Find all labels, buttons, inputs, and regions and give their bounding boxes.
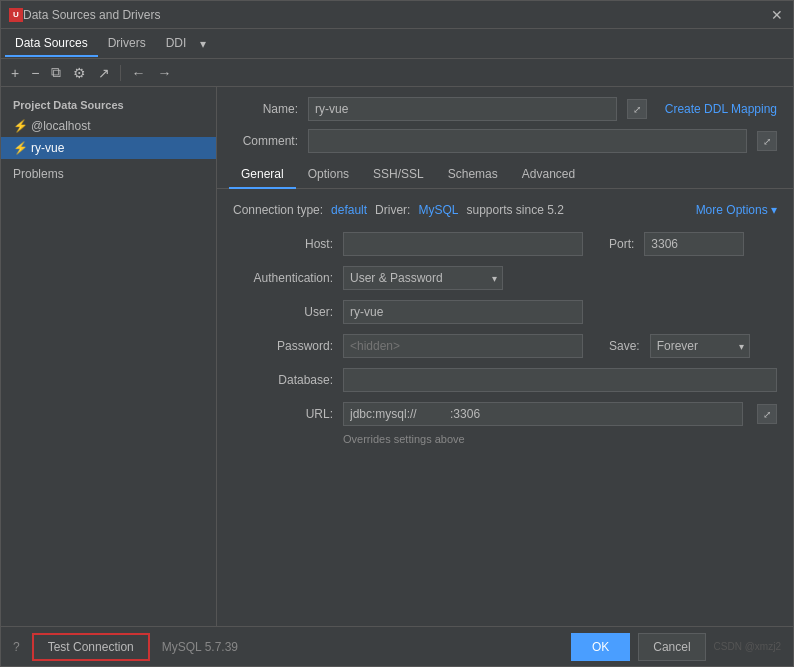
password-label: Password: bbox=[233, 339, 333, 353]
sidebar-item-ry-vue-label: ry-vue bbox=[31, 141, 64, 155]
auth-select[interactable]: User & Password No auth pgpass bbox=[343, 266, 503, 290]
add-button[interactable]: + bbox=[7, 63, 23, 83]
driver-suffix: supports since 5.2 bbox=[466, 203, 563, 217]
url-input[interactable] bbox=[343, 402, 743, 426]
tab-ddl[interactable]: DDI bbox=[156, 31, 197, 57]
name-input[interactable] bbox=[308, 97, 617, 121]
comment-row: Comment: ⤢ bbox=[217, 127, 793, 161]
user-label: User: bbox=[233, 305, 333, 319]
host-port-row: Host: Port: bbox=[233, 227, 777, 261]
comment-input[interactable] bbox=[308, 129, 747, 153]
db-slash-icon-2: ⚡ bbox=[13, 141, 27, 155]
user-row: User: bbox=[233, 295, 777, 329]
tab-advanced[interactable]: Advanced bbox=[510, 161, 587, 189]
password-input[interactable] bbox=[343, 334, 583, 358]
more-options-button[interactable]: More Options ▾ bbox=[696, 203, 777, 217]
tab-dropdown-arrow[interactable]: ▾ bbox=[196, 37, 210, 51]
sidebar-item-localhost[interactable]: ⚡ @localhost bbox=[1, 115, 216, 137]
mysql-version-label: MySQL 5.7.39 bbox=[162, 640, 238, 654]
database-label: Database: bbox=[233, 373, 333, 387]
driver-label: Driver: bbox=[375, 203, 410, 217]
bottom-bar: ? Test Connection MySQL 5.7.39 OK Cancel… bbox=[1, 626, 793, 666]
watermark-text: CSDN @xmzj2 bbox=[714, 641, 781, 652]
sidebar: Project Data Sources ⚡ @localhost ⚡ ry-v… bbox=[1, 87, 217, 626]
create-ddl-link[interactable]: Create DDL Mapping bbox=[665, 102, 777, 116]
help-button[interactable]: ? bbox=[13, 640, 20, 654]
auth-label: Authentication: bbox=[233, 271, 333, 285]
open-button[interactable]: ↗ bbox=[94, 63, 114, 83]
ok-button[interactable]: OK bbox=[571, 633, 630, 661]
database-input[interactable] bbox=[343, 368, 777, 392]
cancel-button[interactable]: Cancel bbox=[638, 633, 705, 661]
name-label: Name: bbox=[233, 102, 298, 116]
copy-button[interactable]: ⧉ bbox=[47, 62, 65, 83]
host-label: Host: bbox=[233, 237, 333, 251]
url-row: URL: ⤢ bbox=[233, 397, 777, 431]
name-row: Name: ⤢ Create DDL Mapping bbox=[217, 87, 793, 127]
host-row: Host: bbox=[233, 227, 583, 261]
url-label: URL: bbox=[233, 407, 333, 421]
sidebar-item-ry-vue[interactable]: ⚡ ry-vue bbox=[1, 137, 216, 159]
save-select[interactable]: Forever Until restart Never bbox=[650, 334, 750, 358]
main-content: Project Data Sources ⚡ @localhost ⚡ ry-v… bbox=[1, 87, 793, 626]
detail-panel: Name: ⤢ Create DDL Mapping Comment: ⤢ Ge… bbox=[217, 87, 793, 626]
inner-tab-bar: General Options SSH/SSL Schemas Advanced bbox=[217, 161, 793, 189]
toolbar: + − ⧉ ⚙ ↗ ← → bbox=[1, 59, 793, 87]
top-tab-bar: Data Sources Drivers DDI ▾ bbox=[1, 29, 793, 59]
toolbar-separator bbox=[120, 65, 121, 81]
user-input[interactable] bbox=[343, 300, 583, 324]
conn-type-label: Connection type: bbox=[233, 203, 323, 217]
close-button[interactable]: ✕ bbox=[771, 8, 785, 22]
test-connection-button[interactable]: Test Connection bbox=[32, 633, 150, 661]
url-overrides-text: Overrides settings above bbox=[233, 431, 777, 445]
tab-general[interactable]: General bbox=[229, 161, 296, 189]
password-row: Password: Save: Forever Until restart Ne… bbox=[233, 329, 777, 363]
port-label: Port: bbox=[609, 237, 634, 251]
port-row: Port: bbox=[609, 232, 744, 256]
remove-button[interactable]: − bbox=[27, 63, 43, 83]
title-bar: U Data Sources and Drivers ✕ bbox=[1, 1, 793, 29]
settings-button[interactable]: ⚙ bbox=[69, 63, 90, 83]
sidebar-section-title: Project Data Sources bbox=[1, 95, 216, 115]
forward-button[interactable]: → bbox=[153, 63, 175, 83]
tab-data-sources[interactable]: Data Sources bbox=[5, 31, 98, 57]
database-row: Database: bbox=[233, 363, 777, 397]
main-window: U Data Sources and Drivers ✕ Data Source… bbox=[0, 0, 794, 667]
url-expand-button[interactable]: ⤢ bbox=[757, 404, 777, 424]
save-select-wrapper: Forever Until restart Never bbox=[650, 334, 750, 358]
comment-label: Comment: bbox=[233, 134, 298, 148]
name-expand-button[interactable]: ⤢ bbox=[627, 99, 647, 119]
sidebar-item-localhost-label: @localhost bbox=[31, 119, 91, 133]
auth-row: Authentication: User & Password No auth … bbox=[233, 261, 777, 295]
app-logo: U bbox=[9, 8, 23, 22]
tab-schemas[interactable]: Schemas bbox=[436, 161, 510, 189]
driver-value[interactable]: MySQL bbox=[418, 203, 458, 217]
back-button[interactable]: ← bbox=[127, 63, 149, 83]
host-input[interactable] bbox=[343, 232, 583, 256]
port-input[interactable] bbox=[644, 232, 744, 256]
tab-ssh-ssl[interactable]: SSH/SSL bbox=[361, 161, 436, 189]
tab-drivers[interactable]: Drivers bbox=[98, 31, 156, 57]
conn-type-value[interactable]: default bbox=[331, 203, 367, 217]
tab-options[interactable]: Options bbox=[296, 161, 361, 189]
sidebar-problems[interactable]: Problems bbox=[1, 159, 216, 189]
conn-type-row: Connection type: default Driver: MySQL s… bbox=[233, 199, 777, 221]
form-area: Connection type: default Driver: MySQL s… bbox=[217, 189, 793, 626]
db-slash-icon: ⚡ bbox=[13, 119, 27, 133]
comment-expand-button[interactable]: ⤢ bbox=[757, 131, 777, 151]
auth-select-wrapper: User & Password No auth pgpass bbox=[343, 266, 503, 290]
window-title: Data Sources and Drivers bbox=[23, 8, 771, 22]
save-label: Save: bbox=[609, 339, 640, 353]
